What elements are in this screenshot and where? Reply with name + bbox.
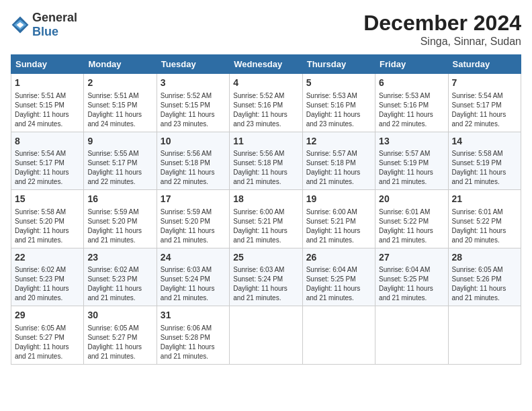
day-info: Sunrise: 5:53 AM Sunset: 5:16 PM Dayligh… bbox=[306, 91, 371, 129]
day-info: Sunrise: 5:59 AM Sunset: 5:20 PM Dayligh… bbox=[87, 208, 152, 245]
calendar-cell bbox=[375, 306, 448, 365]
calendar-cell: 27Sunrise: 6:04 AM Sunset: 5:25 PM Dayli… bbox=[375, 248, 448, 306]
day-info: Sunrise: 5:56 AM Sunset: 5:18 PM Dayligh… bbox=[161, 149, 226, 187]
calendar-cell: 20Sunrise: 6:01 AM Sunset: 5:22 PM Dayli… bbox=[375, 190, 448, 248]
day-header-monday: Monday bbox=[84, 55, 157, 74]
day-info: Sunrise: 6:03 AM Sunset: 5:24 PM Dayligh… bbox=[233, 265, 298, 303]
calendar-cell: 25Sunrise: 6:03 AM Sunset: 5:24 PM Dayli… bbox=[230, 248, 302, 306]
calendar-cell: 5Sunrise: 5:53 AM Sunset: 5:16 PM Daylig… bbox=[302, 74, 375, 132]
logo-general: General bbox=[32, 11, 77, 24]
logo-text: General Blue bbox=[32, 11, 77, 39]
day-info: Sunrise: 5:57 AM Sunset: 5:19 PM Dayligh… bbox=[379, 149, 444, 187]
day-info: Sunrise: 6:00 AM Sunset: 5:21 PM Dayligh… bbox=[306, 208, 371, 245]
calendar-week-4: 22Sunrise: 6:02 AM Sunset: 5:23 PM Dayli… bbox=[11, 248, 521, 306]
day-number: 23 bbox=[87, 251, 152, 265]
calendar-cell: 26Sunrise: 6:04 AM Sunset: 5:25 PM Dayli… bbox=[302, 248, 375, 306]
calendar-cell: 3Sunrise: 5:52 AM Sunset: 5:15 PM Daylig… bbox=[157, 74, 229, 132]
day-number: 17 bbox=[161, 193, 226, 206]
day-info: Sunrise: 6:04 AM Sunset: 5:25 PM Dayligh… bbox=[379, 265, 444, 303]
day-number: 22 bbox=[15, 251, 80, 265]
logo-blue: Blue bbox=[32, 25, 58, 38]
day-info: Sunrise: 6:02 AM Sunset: 5:23 PM Dayligh… bbox=[15, 265, 80, 303]
day-number: 30 bbox=[87, 309, 152, 322]
day-info: Sunrise: 5:54 AM Sunset: 5:17 PM Dayligh… bbox=[15, 149, 80, 187]
calendar-cell: 29Sunrise: 6:05 AM Sunset: 5:27 PM Dayli… bbox=[11, 306, 84, 365]
day-number: 6 bbox=[379, 77, 444, 90]
title-block: December 2024 Singa, Sinnar, Sudan bbox=[363, 11, 521, 48]
day-number: 15 bbox=[15, 193, 80, 206]
day-number: 21 bbox=[452, 193, 517, 206]
calendar-week-2: 8Sunrise: 5:54 AM Sunset: 5:17 PM Daylig… bbox=[11, 132, 521, 190]
calendar-cell: 10Sunrise: 5:56 AM Sunset: 5:18 PM Dayli… bbox=[157, 132, 229, 190]
day-number: 5 bbox=[306, 77, 371, 90]
day-number: 28 bbox=[452, 251, 517, 265]
calendar-cell: 24Sunrise: 6:03 AM Sunset: 5:24 PM Dayli… bbox=[157, 248, 229, 306]
day-number: 19 bbox=[306, 193, 371, 206]
calendar-cell: 15Sunrise: 5:58 AM Sunset: 5:20 PM Dayli… bbox=[11, 190, 84, 248]
day-info: Sunrise: 5:51 AM Sunset: 5:15 PM Dayligh… bbox=[87, 91, 152, 129]
day-number: 16 bbox=[87, 193, 152, 206]
calendar-cell: 31Sunrise: 6:06 AM Sunset: 5:28 PM Dayli… bbox=[157, 306, 229, 365]
day-info: Sunrise: 6:05 AM Sunset: 5:27 PM Dayligh… bbox=[87, 324, 152, 361]
day-number: 2 bbox=[87, 77, 152, 90]
calendar-cell: 4Sunrise: 5:52 AM Sunset: 5:16 PM Daylig… bbox=[230, 74, 302, 132]
calendar-cell: 6Sunrise: 5:53 AM Sunset: 5:16 PM Daylig… bbox=[375, 74, 448, 132]
day-header-tuesday: Tuesday bbox=[157, 55, 229, 74]
day-info: Sunrise: 5:52 AM Sunset: 5:15 PM Dayligh… bbox=[161, 91, 226, 129]
calendar-cell: 17Sunrise: 5:59 AM Sunset: 5:20 PM Dayli… bbox=[157, 190, 229, 248]
day-number: 25 bbox=[233, 251, 298, 265]
day-info: Sunrise: 6:05 AM Sunset: 5:27 PM Dayligh… bbox=[15, 324, 80, 361]
calendar-cell: 8Sunrise: 5:54 AM Sunset: 5:17 PM Daylig… bbox=[11, 132, 84, 190]
day-header-thursday: Thursday bbox=[302, 55, 375, 74]
calendar-table: SundayMondayTuesdayWednesdayThursdayFrid… bbox=[11, 54, 521, 365]
day-info: Sunrise: 5:58 AM Sunset: 5:19 PM Dayligh… bbox=[452, 149, 517, 187]
calendar-cell: 9Sunrise: 5:55 AM Sunset: 5:17 PM Daylig… bbox=[84, 132, 157, 190]
calendar-subtitle: Singa, Sinnar, Sudan bbox=[363, 36, 521, 48]
day-number: 12 bbox=[306, 135, 371, 148]
calendar-cell: 19Sunrise: 6:00 AM Sunset: 5:21 PM Dayli… bbox=[302, 190, 375, 248]
calendar-cell: 28Sunrise: 6:05 AM Sunset: 5:26 PM Dayli… bbox=[448, 248, 521, 306]
calendar-cell bbox=[448, 306, 521, 365]
calendar-cell: 13Sunrise: 5:57 AM Sunset: 5:19 PM Dayli… bbox=[375, 132, 448, 190]
day-info: Sunrise: 5:52 AM Sunset: 5:16 PM Dayligh… bbox=[233, 91, 298, 129]
calendar-week-1: 1Sunrise: 5:51 AM Sunset: 5:15 PM Daylig… bbox=[11, 74, 521, 132]
day-number: 1 bbox=[15, 77, 80, 90]
calendar-cell: 2Sunrise: 5:51 AM Sunset: 5:15 PM Daylig… bbox=[84, 74, 157, 132]
calendar-body: 1Sunrise: 5:51 AM Sunset: 5:15 PM Daylig… bbox=[11, 74, 521, 365]
day-number: 7 bbox=[452, 77, 517, 90]
day-info: Sunrise: 5:58 AM Sunset: 5:20 PM Dayligh… bbox=[15, 208, 80, 245]
day-info: Sunrise: 6:03 AM Sunset: 5:24 PM Dayligh… bbox=[161, 265, 226, 303]
calendar-title: December 2024 bbox=[363, 11, 521, 36]
day-info: Sunrise: 6:04 AM Sunset: 5:25 PM Dayligh… bbox=[306, 265, 371, 303]
day-number: 24 bbox=[161, 251, 226, 265]
calendar-cell: 1Sunrise: 5:51 AM Sunset: 5:15 PM Daylig… bbox=[11, 74, 84, 132]
calendar-cell: 16Sunrise: 5:59 AM Sunset: 5:20 PM Dayli… bbox=[84, 190, 157, 248]
day-number: 26 bbox=[306, 251, 371, 265]
day-number: 18 bbox=[233, 193, 298, 206]
day-info: Sunrise: 6:00 AM Sunset: 5:21 PM Dayligh… bbox=[233, 208, 298, 245]
day-info: Sunrise: 5:53 AM Sunset: 5:16 PM Dayligh… bbox=[379, 91, 444, 129]
calendar-cell: 12Sunrise: 5:57 AM Sunset: 5:18 PM Dayli… bbox=[302, 132, 375, 190]
page-header: General Blue December 2024 Singa, Sinnar… bbox=[11, 11, 521, 48]
day-info: Sunrise: 5:59 AM Sunset: 5:20 PM Dayligh… bbox=[161, 208, 226, 245]
calendar-cell: 22Sunrise: 6:02 AM Sunset: 5:23 PM Dayli… bbox=[11, 248, 84, 306]
calendar-cell: 21Sunrise: 6:01 AM Sunset: 5:22 PM Dayli… bbox=[448, 190, 521, 248]
day-number: 9 bbox=[87, 135, 152, 148]
day-info: Sunrise: 5:57 AM Sunset: 5:18 PM Dayligh… bbox=[306, 149, 371, 187]
calendar-cell: 7Sunrise: 5:54 AM Sunset: 5:17 PM Daylig… bbox=[448, 74, 521, 132]
calendar-cell: 14Sunrise: 5:58 AM Sunset: 5:19 PM Dayli… bbox=[448, 132, 521, 190]
day-info: Sunrise: 5:55 AM Sunset: 5:17 PM Dayligh… bbox=[87, 149, 152, 187]
day-info: Sunrise: 5:56 AM Sunset: 5:18 PM Dayligh… bbox=[233, 149, 298, 187]
calendar-cell: 18Sunrise: 6:00 AM Sunset: 5:21 PM Dayli… bbox=[230, 190, 302, 248]
logo: General Blue bbox=[11, 11, 77, 39]
day-info: Sunrise: 6:06 AM Sunset: 5:28 PM Dayligh… bbox=[161, 324, 226, 361]
day-info: Sunrise: 6:01 AM Sunset: 5:22 PM Dayligh… bbox=[379, 208, 444, 245]
day-header-friday: Friday bbox=[375, 55, 448, 74]
day-info: Sunrise: 5:51 AM Sunset: 5:15 PM Dayligh… bbox=[15, 91, 80, 129]
day-number: 8 bbox=[15, 135, 80, 148]
day-number: 20 bbox=[379, 193, 444, 206]
day-number: 14 bbox=[452, 135, 517, 148]
day-number: 13 bbox=[379, 135, 444, 148]
calendar-cell bbox=[302, 306, 375, 365]
day-info: Sunrise: 6:05 AM Sunset: 5:26 PM Dayligh… bbox=[452, 265, 517, 303]
